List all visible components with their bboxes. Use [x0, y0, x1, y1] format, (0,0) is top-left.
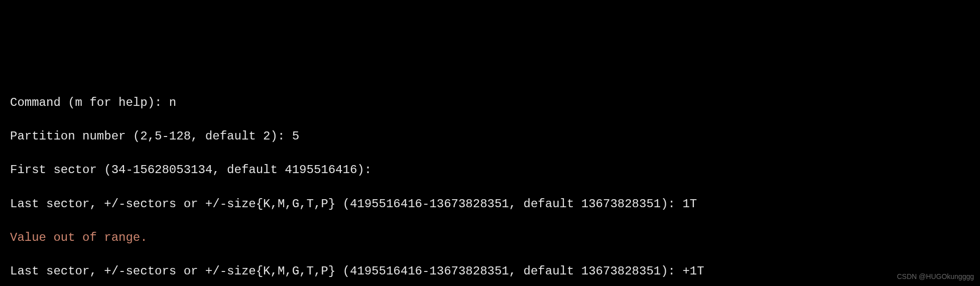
- prompt-text: First sector (34-15628053134, default 41…: [10, 163, 379, 177]
- command-prompt-line: Command (m for help): n: [10, 94, 970, 111]
- partition-number-line: Partition number (2,5-128, default 2): 5: [10, 128, 970, 145]
- last-sector-line-2: Last sector, +/-sectors or +/-size{K,M,G…: [10, 263, 970, 280]
- terminal-output: Command (m for help): n Partition number…: [10, 77, 970, 286]
- prompt-text: Last sector, +/-sectors or +/-size{K,M,G…: [10, 264, 682, 278]
- user-input: n: [169, 96, 176, 109]
- prompt-text: Last sector, +/-sectors or +/-size{K,M,G…: [10, 197, 682, 211]
- first-sector-line: First sector (34-15628053134, default 41…: [10, 162, 970, 179]
- last-sector-line-1: Last sector, +/-sectors or +/-size{K,M,G…: [10, 196, 970, 213]
- prompt-text: Partition number (2,5-128, default 2):: [10, 129, 292, 143]
- error-message: Value out of range.: [10, 229, 970, 246]
- prompt-text: Command (m for help):: [10, 96, 169, 109]
- watermark-text: CSDN @HUGOkungggg: [897, 272, 974, 282]
- user-input: 5: [292, 129, 299, 143]
- user-input: 1T: [682, 197, 697, 211]
- user-input: +1T: [682, 264, 704, 278]
